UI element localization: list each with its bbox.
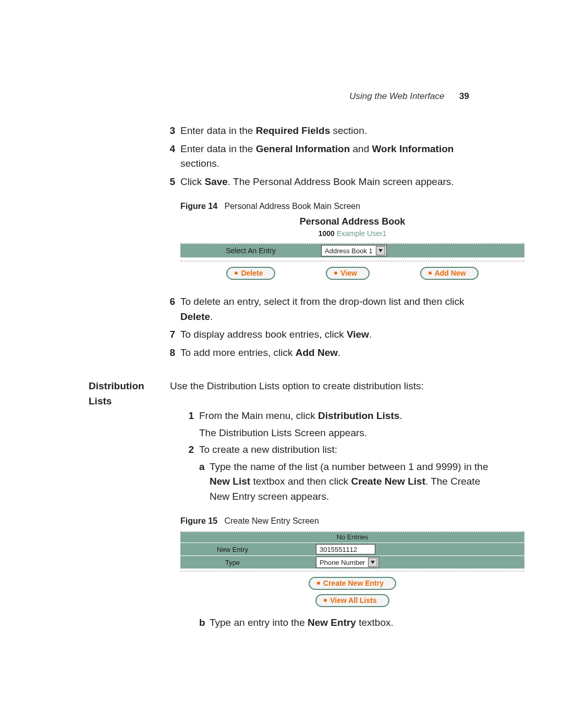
view-all-lists-button[interactable]: View All Lists	[315, 594, 389, 607]
step-text: From the Main menu, click Distribution L…	[199, 409, 490, 440]
step-text: Enter data in the General Information an…	[180, 142, 490, 171]
running-title: Using the Web Interface	[349, 91, 444, 101]
substep-text: Type an entry into the New Entry textbox…	[210, 615, 490, 631]
step-text: To delete an entry, select it from the d…	[180, 294, 490, 324]
address-book-select-value: Address Book 1	[325, 247, 373, 255]
figure15-caption: Figure 15 Create New Entry Screen	[180, 516, 490, 526]
new-entry-value: 3015551112	[320, 546, 357, 553]
figure-number: Figure 14	[180, 202, 217, 211]
section-heading: Distribution Lists	[89, 379, 170, 409]
select-entry-label: Select An Entry	[180, 246, 321, 255]
step-number: 3	[162, 124, 175, 139]
step-text: To create a new distribution list:	[199, 442, 490, 458]
type-select-value: Phone Number	[320, 559, 365, 566]
select-entry-bar: Select An Entry Address Book 1	[180, 244, 524, 257]
step-number: 1	[180, 409, 194, 440]
figure14-screenshot: Personal Address Book 1000 Example User1…	[180, 216, 524, 283]
section-intro: Use the Distribution Lists option to cre…	[170, 379, 490, 409]
add-new-button[interactable]: Add New	[420, 267, 479, 280]
running-header: Using the Web Interface 39	[349, 91, 469, 102]
extension-number: 1000	[319, 229, 335, 238]
no-entries-header: No Entries	[180, 532, 524, 542]
pab-button-row: Delete View Add New	[180, 264, 524, 283]
create-new-entry-button[interactable]: Create New Entry	[309, 577, 396, 590]
create-new-entry-label: Create New Entry	[323, 579, 384, 587]
step-number: 4	[162, 142, 175, 171]
distribution-steps-cont: b Type an entry into the New Entry textb…	[180, 615, 490, 631]
new-entry-input[interactable]: 3015551112	[316, 544, 375, 554]
new-entry-row: New Entry 3015551112	[180, 542, 524, 556]
distribution-steps: 1 From the Main menu, click Distribution…	[180, 409, 490, 504]
type-row: Type Phone Number	[180, 556, 524, 569]
delete-button[interactable]: Delete	[226, 267, 275, 280]
view-button-label: View	[340, 269, 357, 277]
step-text: To add more entries, click Add New.	[180, 346, 490, 361]
step-number: 8	[162, 346, 175, 361]
figure15-buttons: Create New Entry View All Lists	[180, 572, 524, 609]
figure15-screenshot: No Entries New Entry 3015551112 Type Pho…	[180, 531, 524, 609]
steps-6-8: 6 To delete an entry, select it from the…	[162, 294, 490, 360]
step-text: Enter data in the Required Fields sectio…	[180, 124, 490, 139]
distribution-lists-section: Distribution Lists Use the Distribution …	[89, 379, 490, 409]
figure-title: Create New Entry Screen	[224, 516, 319, 525]
pab-subtitle: 1000 Example User1	[180, 229, 524, 238]
step-text-cont: The Distribution Lists Screen appears.	[199, 426, 490, 441]
step-number: 2	[180, 442, 194, 458]
step-text: To display address book entries, click V…	[180, 327, 490, 342]
steps-3-5: 3 Enter data in the Required Fields sect…	[162, 124, 490, 189]
figure-title: Personal Address Book Main Screen	[224, 202, 360, 211]
user-name: Example User1	[337, 229, 387, 238]
new-entry-label: New Entry	[180, 543, 285, 556]
add-new-button-label: Add New	[435, 269, 466, 277]
view-all-lists-label: View All Lists	[330, 596, 376, 604]
substep-letter: a	[199, 460, 210, 504]
substep-letter: b	[199, 615, 210, 631]
address-book-select[interactable]: Address Book 1	[321, 245, 387, 256]
chevron-down-icon	[368, 558, 377, 567]
page-number: 39	[459, 91, 469, 101]
delete-button-label: Delete	[241, 269, 263, 277]
figure14-caption: Figure 14 Personal Address Book Main Scr…	[180, 202, 490, 211]
step-number: 5	[162, 175, 175, 190]
step-text: Click Save. The Personal Address Book Ma…	[180, 175, 490, 190]
type-label: Type	[180, 556, 285, 569]
chevron-down-icon	[376, 246, 385, 255]
type-select[interactable]: Phone Number	[316, 557, 379, 568]
view-button[interactable]: View	[326, 267, 370, 280]
figure-number: Figure 15	[180, 516, 217, 525]
pab-title: Personal Address Book	[180, 216, 524, 227]
substep-text: Type the name of the list (a number betw…	[210, 460, 490, 504]
step-number: 7	[162, 327, 175, 342]
step-number: 6	[162, 294, 175, 324]
